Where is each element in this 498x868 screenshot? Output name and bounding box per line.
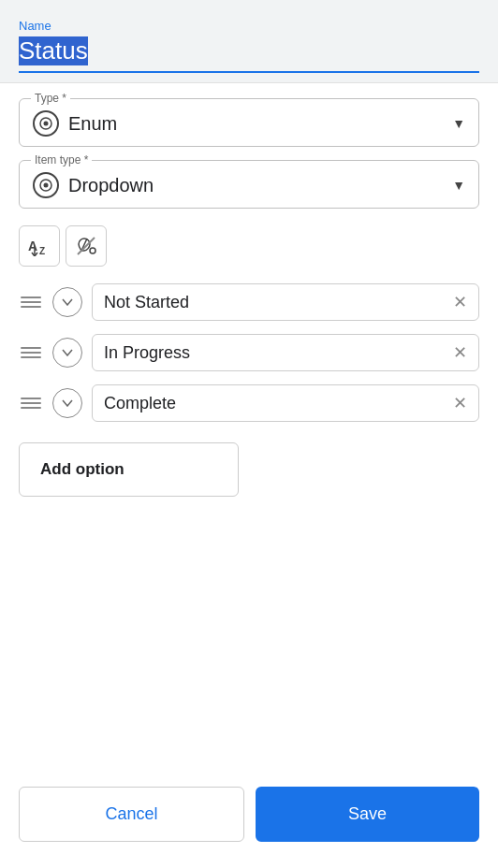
svg-point-3 xyxy=(44,183,49,188)
type-field-group: Type * Enum ▼ xyxy=(19,98,479,147)
toolbar-row: A Z xyxy=(19,225,479,267)
drag-handle-1[interactable] xyxy=(19,293,43,311)
svg-text:Z: Z xyxy=(39,246,45,256)
item-type-field-row: Dropdown ▼ xyxy=(33,168,465,198)
type-field-label: Type * xyxy=(31,92,70,105)
options-list: Not Started ✕ In Progress ✕ xyxy=(19,283,479,422)
item-type-field-label: Item type * xyxy=(31,153,92,166)
item-type-field-group: Item type * Dropdown ▼ xyxy=(19,160,479,209)
cancel-button[interactable]: Cancel xyxy=(19,787,244,842)
type-dropdown-arrow[interactable]: ▼ xyxy=(452,116,465,131)
svg-point-1 xyxy=(44,122,49,126)
item-type-field-left: Dropdown xyxy=(33,172,154,198)
body-section: Type * Enum ▼ Item type * xyxy=(0,83,498,768)
table-row: In Progress ✕ xyxy=(19,334,479,371)
option-remove-button-2[interactable]: ✕ xyxy=(453,342,467,363)
item-type-circle-icon xyxy=(33,172,59,198)
option-label-2: In Progress xyxy=(104,343,190,363)
item-type-dropdown-arrow[interactable]: ▼ xyxy=(452,178,465,193)
drag-handle-2[interactable] xyxy=(19,343,43,362)
no-color-button[interactable] xyxy=(66,225,107,267)
item-type-field-value: Dropdown xyxy=(68,175,154,196)
option-color-button-2[interactable] xyxy=(52,338,82,368)
name-section: Name xyxy=(0,0,498,82)
add-option-button[interactable]: Add option xyxy=(19,442,239,497)
table-row: Complete ✕ xyxy=(19,384,479,422)
type-field-left: Enum xyxy=(33,110,117,137)
table-row: Not Started ✕ xyxy=(19,283,479,321)
name-label: Name xyxy=(19,19,479,33)
svg-text:A: A xyxy=(28,239,37,253)
option-remove-button-3[interactable]: ✕ xyxy=(453,393,467,413)
type-field-value: Enum xyxy=(68,113,117,135)
option-label-1: Not Started xyxy=(104,293,189,312)
option-remove-button-1[interactable]: ✕ xyxy=(453,292,467,312)
save-button[interactable]: Save xyxy=(256,787,479,842)
svg-point-9 xyxy=(90,248,95,253)
option-input-wrap-1: Not Started ✕ xyxy=(92,283,479,321)
option-label-3: Complete xyxy=(104,394,176,413)
name-input-wrap xyxy=(19,36,479,73)
dialog-card: Name Type * Enum ▼ xyxy=(0,0,498,868)
option-color-button-1[interactable] xyxy=(52,287,82,317)
az-sort-button[interactable]: A Z xyxy=(19,225,60,267)
option-input-wrap-3: Complete ✕ xyxy=(92,384,479,422)
type-circle-icon xyxy=(33,110,59,137)
drag-handle-3[interactable] xyxy=(19,394,43,412)
bottom-row: Cancel Save xyxy=(0,768,498,868)
type-field-row: Enum ▼ xyxy=(33,107,465,137)
option-color-button-3[interactable] xyxy=(52,388,82,418)
option-input-wrap-2: In Progress ✕ xyxy=(92,334,479,371)
name-input[interactable] xyxy=(19,36,479,65)
